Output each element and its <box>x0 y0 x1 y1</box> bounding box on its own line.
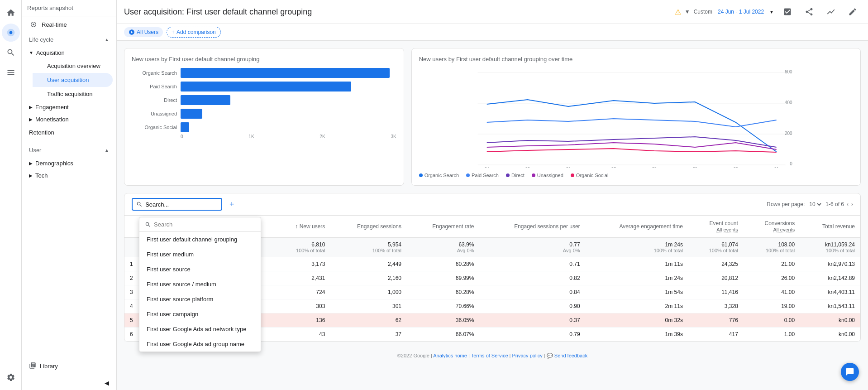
dropdown-item-4[interactable]: First user source platform <box>139 292 261 307</box>
sidebar-item-tech[interactable]: ▶ Tech <box>22 169 116 182</box>
conversions-filter[interactable]: All events <box>773 227 795 232</box>
sidebar-item-library[interactable]: Library <box>22 356 116 376</box>
menu-nav-icon[interactable] <box>2 63 20 82</box>
prev-page-btn[interactable]: ‹ <box>847 201 849 207</box>
save-report-button[interactable] <box>779 4 796 20</box>
sidebar-item-demographics[interactable]: ▶ Demographics <box>22 157 116 169</box>
search-nav-icon[interactable] <box>2 43 20 62</box>
col-new-users[interactable]: ↑ New users <box>274 216 330 238</box>
lifecycle-section[interactable]: Life cycle ▲ <box>22 33 116 47</box>
sidebar-item-monetisation[interactable]: ▶ Monetisation <box>22 113 116 125</box>
dropdown-search-area <box>139 217 261 232</box>
totals-avg-engagement: 1m 24s 100% of total <box>586 238 688 257</box>
title-dropdown-arrow[interactable]: ▼ <box>685 9 690 15</box>
legend-label-paid-search: Paid Search <box>472 173 499 178</box>
bar-organic-search <box>181 68 390 78</box>
date-range[interactable]: 24 Jun - 1 Jul 2022 <box>718 9 764 15</box>
row-1-engagement-rate: 60.28% <box>407 257 479 271</box>
col-engaged-sessions[interactable]: Engaged sessions <box>330 216 407 238</box>
row-3-sessions-per-user: 0.84 <box>479 285 585 299</box>
col-sessions-per-user[interactable]: Engaged sessions per user <box>479 216 585 238</box>
demographics-arrow: ▶ <box>29 161 33 166</box>
dropdown-item-0[interactable]: First user default channel grouping <box>139 232 261 247</box>
legend-label-direct: Direct <box>511 173 525 178</box>
col-conversions[interactable]: Conversions All events <box>744 216 800 238</box>
sidebar-item-traffic-acquisition[interactable]: Traffic acquisition <box>33 87 116 101</box>
legend-label-organic-search: Organic Search <box>424 173 459 178</box>
tech-arrow: ▶ <box>29 173 33 178</box>
edit-button[interactable] <box>844 4 861 20</box>
table-toolbar: First user default channel grouping Firs… <box>124 193 860 216</box>
dropdown-search-icon <box>145 221 151 228</box>
sidebar-collapse-btn[interactable]: ◀ <box>22 376 116 390</box>
legend-dot-organic-social <box>571 173 574 177</box>
sidebar-item-retention[interactable]: Retention <box>22 125 116 140</box>
col-event-count[interactable]: Event count All events <box>688 216 744 238</box>
next-page-btn[interactable]: › <box>851 201 853 207</box>
realtime-nav-icon[interactable] <box>2 24 20 42</box>
sidebar-item-acquisition-overview[interactable]: Acquisition overview <box>33 59 116 73</box>
all-users-chip[interactable]: All Users <box>124 27 163 37</box>
sidebar-item-engagement[interactable]: ▶ Engagement <box>22 101 116 113</box>
add-column-btn[interactable]: + <box>229 200 234 209</box>
row-2-new-users: 2,431 <box>274 271 330 285</box>
realtime-icon <box>29 20 38 29</box>
search-dropdown: First user default channel grouping Firs… <box>139 217 261 352</box>
totals-event-count: 61,074 100% of total <box>688 238 744 257</box>
footer-feedback-link[interactable]: Send feedback <box>554 353 587 358</box>
home-nav-icon[interactable] <box>2 4 20 22</box>
bar-row-direct: Direct <box>132 95 396 105</box>
row-4-event-count: 3,328 <box>688 299 744 313</box>
dropdown-item-1[interactable]: First user medium <box>139 247 261 262</box>
col-avg-engagement[interactable]: Average engagement time <box>586 216 688 238</box>
compare-button[interactable] <box>823 4 839 20</box>
dropdown-item-5[interactable]: First user campaign <box>139 307 261 322</box>
footer-tos-link[interactable]: Terms of Service <box>471 353 508 358</box>
dropdown-search-input[interactable] <box>154 221 255 228</box>
bar-chart: Organic Search Paid Search Direct <box>132 68 396 132</box>
legend-label-unassigned: Unassigned <box>537 173 563 178</box>
dropdown-item-2[interactable]: First user source <box>139 262 261 277</box>
search-input[interactable] <box>145 201 218 208</box>
col-total-revenue[interactable]: Total revenue <box>800 216 860 238</box>
search-icon <box>136 201 143 208</box>
sidebar-item-realtime[interactable]: Real-time <box>22 16 116 33</box>
bar-label-organic-search: Organic Search <box>132 70 177 76</box>
user-section[interactable]: User ▲ <box>22 143 116 157</box>
row-4-conversions: 19.00 <box>744 299 800 313</box>
add-comparison-btn[interactable]: + Add comparison <box>167 27 221 38</box>
sidebar-item-user-acquisition[interactable]: User acquisition <box>33 73 113 87</box>
settings-nav-icon[interactable] <box>2 368 20 386</box>
footer-privacy-link[interactable]: Privacy policy <box>512 353 543 358</box>
search-box[interactable] <box>132 198 222 211</box>
dropdown-item-6[interactable]: First user Google Ads ad network type <box>139 322 261 337</box>
row-2-event-count: 20,812 <box>688 271 744 285</box>
svg-text:400: 400 <box>785 100 792 105</box>
share-button[interactable] <box>801 4 817 20</box>
row-4-new-users: 303 <box>274 299 330 313</box>
add-icon: + <box>172 29 175 35</box>
page-title: User acquisition: First user default cha… <box>124 7 671 17</box>
row-1-new-users: 3,173 <box>274 257 330 271</box>
event-count-filter[interactable]: All events <box>716 227 738 232</box>
rows-per-page-select[interactable]: 10 25 50 <box>807 201 823 208</box>
legend-dot-paid-search <box>466 173 470 177</box>
legend-dot-unassigned <box>532 173 535 177</box>
bar-paid-search <box>181 82 351 91</box>
row-5-event-count: 776 <box>688 313 744 327</box>
row-5-conversions: 0.00 <box>744 313 800 327</box>
chip-label: All Users <box>137 29 158 35</box>
chat-bubble[interactable] <box>841 363 859 381</box>
bar-row-organic-social: Organic Social <box>132 122 396 132</box>
dropdown-item-3[interactable]: First user source / medium <box>139 277 261 292</box>
sidebar-item-acquisition[interactable]: ▼ Acquisition <box>22 47 116 59</box>
acquisition-arrow: ▼ <box>29 50 33 55</box>
date-dropdown-icon[interactable]: ▼ <box>769 10 774 14</box>
acquisition-submenu: Acquisition overview User acquisition Tr… <box>22 59 116 101</box>
footer-analytics-link[interactable]: Analytics home <box>433 353 467 358</box>
row-3-engaged-sessions: 1,000 <box>330 285 407 299</box>
dropdown-item-7[interactable]: First user Google Ads ad group name <box>139 337 261 351</box>
svg-point-1 <box>9 31 12 34</box>
col-engagement-rate[interactable]: Engagement rate <box>407 216 479 238</box>
row-6-conversions: 1.00 <box>744 327 800 342</box>
